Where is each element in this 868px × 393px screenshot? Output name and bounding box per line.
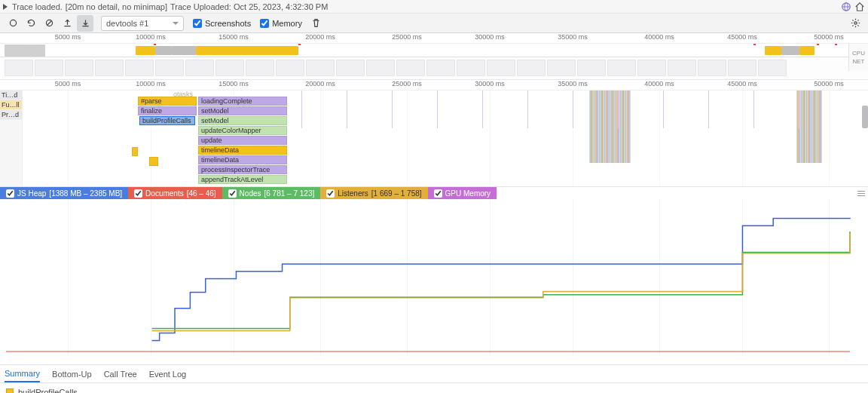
- trace-hint: [20m no detail, no minimap]: [66, 2, 167, 11]
- download-button[interactable]: [77, 15, 93, 32]
- home-icon[interactable]: [854, 2, 865, 12]
- screenshot-thumb[interactable]: [276, 60, 304, 76]
- screenshot-thumb[interactable]: [306, 60, 335, 76]
- flame-block[interactable]: processInspectorTrace: [198, 165, 287, 174]
- memory-legend-menu-icon[interactable]: [854, 191, 868, 196]
- screenshot-thumb[interactable]: [366, 60, 395, 76]
- tab-call-tree[interactable]: Call Tree: [104, 367, 137, 382]
- trace-status: Trace loaded.: [12, 2, 63, 11]
- screenshot-thumb[interactable]: [637, 60, 666, 76]
- screenshot-thumb[interactable]: [5, 60, 33, 76]
- flame-scrollbar[interactable]: [862, 106, 868, 128]
- screenshot-thumb[interactable]: [758, 60, 787, 76]
- event-name: buildProfileCalls: [18, 388, 78, 393]
- record-button[interactable]: [5, 15, 21, 32]
- memory-legend: JS Heap[1388 MB – 2385 MB] Documents[46 …: [0, 187, 868, 199]
- screenshot-thumb[interactable]: [125, 60, 154, 76]
- memory-chart[interactable]: [0, 199, 868, 365]
- screenshot-thumb[interactable]: [95, 60, 124, 76]
- screenshots-row[interactable]: [0, 57, 868, 80]
- flame-chart[interactable]: Ti…dFu…llPr…d otasks #parseloadingComple…: [0, 91, 868, 187]
- screenshot-thumb[interactable]: [457, 60, 485, 76]
- screenshot-thumb[interactable]: [698, 60, 726, 76]
- screenshot-thumb[interactable]: [426, 60, 455, 76]
- settings-button[interactable]: [847, 15, 863, 32]
- globe-icon[interactable]: [841, 2, 851, 12]
- memory-checkbox[interactable]: Memory: [260, 19, 302, 28]
- tab-bottom-up[interactable]: Bottom-Up: [52, 367, 92, 382]
- screenshot-thumb[interactable]: [336, 60, 365, 76]
- screenshot-thumb[interactable]: [668, 60, 696, 76]
- svg-point-6: [854, 22, 856, 24]
- screenshot-thumb[interactable]: [65, 60, 93, 76]
- session-select[interactable]: devtools #1: [101, 16, 184, 31]
- screenshot-thumb[interactable]: [547, 60, 576, 76]
- screenshot-thumb[interactable]: [487, 60, 515, 76]
- flame-block[interactable]: #parse: [138, 97, 197, 106]
- screenshot-thumb[interactable]: [35, 60, 63, 76]
- flame-block[interactable]: updateColorMapper: [198, 126, 287, 135]
- flame-block[interactable]: appendTrackAtLevel: [198, 175, 287, 184]
- screenshot-thumb[interactable]: [607, 60, 636, 76]
- session-label: devtools #1: [106, 19, 148, 28]
- selected-event-detail: buildProfileCalls: [0, 383, 868, 393]
- screenshot-thumb[interactable]: [215, 60, 244, 76]
- screenshot-thumb[interactable]: [396, 60, 425, 76]
- timeline-ruler-detail[interactable]: 5000 ms10000 ms15000 ms20000 ms25000 ms3…: [0, 80, 868, 91]
- legend-gpu-memory[interactable]: GPU Memory: [428, 187, 497, 199]
- resume-button[interactable]: [3, 4, 8, 10]
- screenshot-thumb[interactable]: [728, 60, 756, 76]
- overview-side-labels: CPUNET: [848, 44, 868, 71]
- legend-documents[interactable]: Documents[46 – 46]: [128, 187, 222, 199]
- legend-js-heap[interactable]: JS Heap[1388 MB – 2385 MB]: [0, 187, 128, 199]
- flame-block[interactable]: loadingComplete: [198, 97, 287, 106]
- legend-listeners[interactable]: Listeners[1 669 – 1 758]: [320, 187, 427, 199]
- track-label[interactable]: Ti…d: [0, 91, 22, 100]
- track-label[interactable]: Pr…d: [0, 110, 22, 120]
- flame-block[interactable]: setModel: [198, 116, 287, 125]
- flame-block[interactable]: finalize: [138, 106, 197, 115]
- trace-uploaded: Trace Uploaded: Oct 25, 2023, 4:32:30 PM: [170, 2, 328, 11]
- details-tabs: Summary Bottom-Up Call Tree Event Log: [0, 365, 868, 383]
- chevron-down-icon: [173, 22, 179, 25]
- tab-summary[interactable]: Summary: [5, 366, 40, 382]
- screenshot-thumb[interactable]: [517, 60, 546, 76]
- svg-point-3: [10, 20, 16, 26]
- screenshot-thumb[interactable]: [577, 60, 606, 76]
- flame-block[interactable]: timelineData: [198, 155, 287, 164]
- screenshot-thumb[interactable]: [246, 60, 274, 76]
- legend-nodes[interactable]: Nodes[6 781 – 7 123]: [222, 187, 321, 199]
- screenshots-checkbox[interactable]: Screenshots: [193, 19, 251, 28]
- event-color-swatch: [6, 388, 14, 393]
- flame-block[interactable]: setModel: [198, 106, 287, 115]
- timeline-ruler-overview[interactable]: 5000 ms10000 ms15000 ms20000 ms25000 ms3…: [0, 33, 868, 44]
- garbage-collect-button[interactable]: [308, 15, 325, 32]
- reload-button[interactable]: [23, 15, 39, 32]
- upload-button[interactable]: [59, 15, 75, 32]
- screenshot-thumb[interactable]: [185, 60, 214, 76]
- track-label[interactable]: Fu…ll: [0, 100, 22, 110]
- svg-line-5: [47, 20, 52, 26]
- overview-strip[interactable]: CPUNET: [0, 44, 868, 57]
- clear-button[interactable]: [41, 15, 57, 32]
- flame-block[interactable]: timelineData: [198, 146, 287, 155]
- screenshot-thumb[interactable]: [155, 60, 184, 76]
- flame-block[interactable]: buildProfileCalls: [139, 116, 195, 125]
- tab-event-log[interactable]: Event Log: [149, 367, 187, 382]
- flame-block[interactable]: update: [198, 136, 287, 145]
